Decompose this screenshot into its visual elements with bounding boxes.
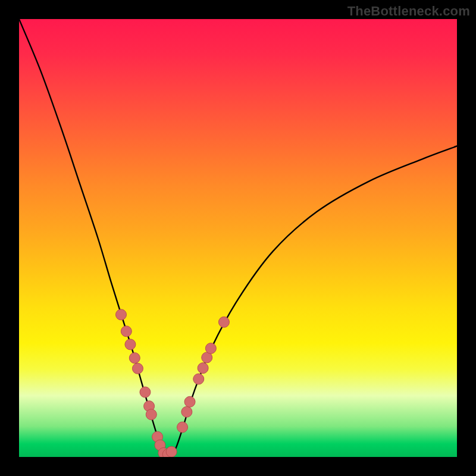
curve-marker [132, 363, 143, 374]
curve-marker [140, 387, 151, 397]
chart-overlay [19, 19, 457, 457]
curve-marker [205, 343, 216, 353]
curve-marker [125, 339, 136, 350]
curve-marker [146, 409, 156, 420]
curve-marker [129, 353, 140, 364]
curve-marker [177, 422, 188, 433]
plot-area [19, 19, 457, 457]
curve-marker [115, 309, 126, 320]
curve-marker [218, 317, 229, 327]
curve-marker [166, 446, 177, 457]
curve-marker [121, 326, 131, 337]
curve-marker [181, 406, 192, 417]
curve-marker [184, 396, 195, 407]
curve-marker [198, 363, 208, 374]
chart-container: TheBottleneck.com [0, 0, 476, 476]
curve-marker [193, 374, 204, 384]
watermark-text: TheBottleneck.com [347, 4, 470, 19]
bottleneck-curve [19, 19, 457, 456]
curve-markers [115, 309, 229, 457]
